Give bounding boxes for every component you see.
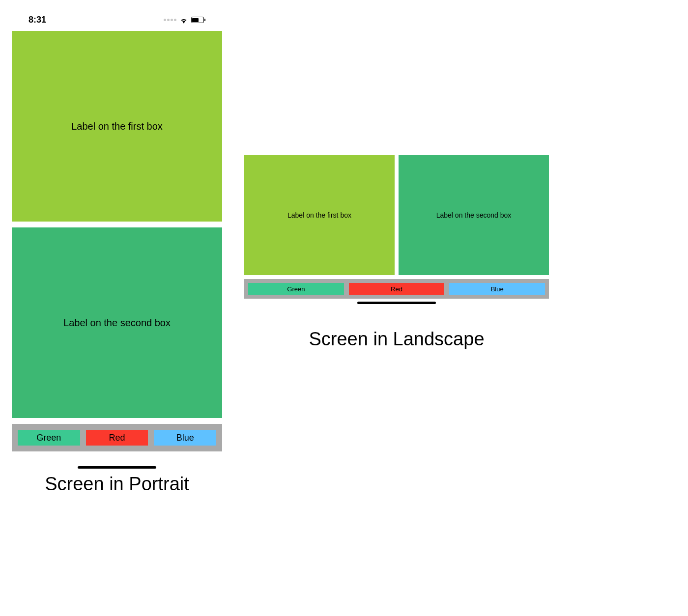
box-2-landscape: Label on the second box [399, 155, 549, 275]
blue-button-landscape[interactable]: Blue [449, 283, 545, 295]
red-button[interactable]: Red [86, 430, 148, 446]
green-button-landscape[interactable]: Green [248, 283, 344, 295]
green-button-label-landscape: Green [287, 285, 305, 293]
red-button-landscape[interactable]: Red [349, 283, 445, 295]
blue-button-label-landscape: Blue [491, 285, 504, 293]
home-indicator [78, 466, 156, 469]
landscape-screen: Label on the first box Label on the seco… [244, 155, 549, 350]
wifi-icon [179, 16, 188, 25]
portrait-screen: 8:31 Label on the first box Label on the… [12, 13, 222, 475]
box-1-label-landscape: Label on the first box [287, 211, 351, 219]
battery-icon [191, 17, 206, 23]
statusbar-time: 8:31 [29, 15, 46, 25]
blue-button-label: Blue [176, 433, 194, 443]
landscape-caption: Screen in Landscape [244, 329, 549, 350]
home-indicator-landscape [357, 302, 436, 304]
box-2: Label on the second box [12, 227, 222, 418]
green-button[interactable]: Green [18, 430, 80, 446]
status-bar: 8:31 [12, 13, 222, 31]
statusbar-right [164, 16, 206, 25]
blue-button[interactable]: Blue [154, 430, 216, 446]
button-bar-landscape: Green Red Blue [244, 279, 549, 299]
box-2-label-landscape: Label on the second box [436, 211, 512, 219]
portrait-caption: Screen in Portrait [12, 474, 222, 495]
green-button-label: Green [36, 433, 61, 443]
red-button-label: Red [109, 433, 125, 443]
box-1: Label on the first box [12, 31, 222, 222]
button-bar: Green Red Blue [12, 424, 222, 451]
box-2-label: Label on the second box [63, 317, 171, 329]
red-button-label-landscape: Red [391, 285, 402, 293]
box-1-label: Label on the first box [71, 121, 163, 132]
cellular-signal-icon [164, 19, 176, 21]
box-1-landscape: Label on the first box [244, 155, 395, 275]
